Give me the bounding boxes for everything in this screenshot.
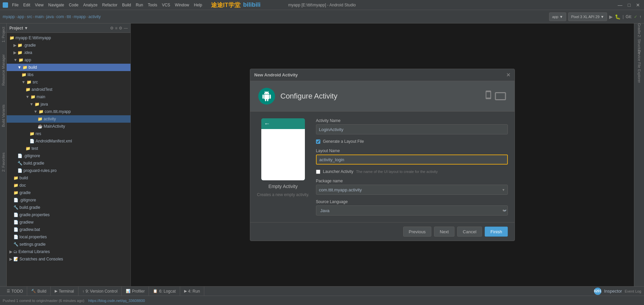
menu-help[interactable]: Help (192, 2, 204, 8)
dialog-close-button[interactable]: ✕ (506, 72, 511, 78)
todo-tab[interactable]: ☰ TODO (3, 287, 27, 296)
next-button[interactable]: Next (434, 227, 454, 237)
menu-view[interactable]: View (33, 2, 46, 8)
tree-gradlew-bat[interactable]: 📄 gradlew.bat (7, 226, 130, 233)
previous-button[interactable]: Previous (403, 227, 432, 237)
menu-run[interactable]: Run (134, 2, 145, 8)
tree-mainactivity[interactable]: ☕ MainActivity (7, 123, 130, 130)
version-control-tab[interactable]: ↑ 9: Version Control (78, 287, 122, 296)
tree-activity-folder[interactable]: 📁 activity (7, 115, 130, 123)
panel-icons[interactable]: ⚙ ≡ ⚙ — (110, 26, 128, 30)
settings-icon[interactable]: ⚙ (119, 26, 122, 30)
tree-gitignore-app[interactable]: 📄 .gitignore (7, 152, 130, 160)
collapse-icon[interactable]: ≡ (115, 26, 117, 30)
tree-build-root[interactable]: 📁 build (7, 174, 130, 182)
window-controls[interactable]: — □ ✕ (616, 2, 641, 8)
tree-androidmanifest[interactable]: 📄 AndroidManifest.xml (7, 137, 130, 145)
activity-name-input[interactable] (316, 124, 508, 134)
gradle-panel-label[interactable]: Gradle (635, 25, 644, 33)
tree-gradlew[interactable]: 📄 gradlew (7, 219, 130, 226)
menu-bar[interactable]: File Edit View Navigate Code Analyze Ref… (10, 2, 204, 8)
breadcrumb-activity[interactable]: activity (88, 14, 101, 19)
menu-tools[interactable]: Tools (146, 2, 159, 8)
run-tab[interactable]: ▶ 4: Run (180, 287, 204, 296)
resource-manager-label[interactable]: Resource Manager (1, 52, 6, 88)
tree-doc[interactable]: 📁 doc (7, 182, 130, 189)
close-button[interactable]: ✕ (635, 2, 641, 8)
close-panel-icon[interactable]: — (124, 26, 128, 30)
tree-build[interactable]: ▼ 📁 build (7, 64, 130, 71)
project-panel-label[interactable]: 1: Project (1, 25, 6, 44)
maximize-button[interactable]: □ (627, 2, 632, 8)
tree-local-properties[interactable]: 📄 local.properties (7, 233, 130, 241)
generate-layout-checkbox[interactable] (316, 139, 320, 144)
tree-scratches[interactable]: ▶ 📝 Scratches and Consoles (7, 255, 130, 263)
package-name-input[interactable] (316, 185, 508, 195)
breadcrumb-ttit[interactable]: ttit (67, 14, 71, 19)
menu-vcs[interactable]: VCS (160, 2, 172, 8)
menu-refactor[interactable]: Refactor (100, 2, 119, 8)
breadcrumb-src[interactable]: src (27, 14, 32, 19)
breadcrumb-java[interactable]: java (46, 14, 54, 19)
event-log-button[interactable]: Event Log (625, 289, 641, 293)
build-variants-label[interactable]: Build Variants (1, 103, 6, 129)
url-status[interactable]: https://blog.csdn.net/qq_33608800 (88, 299, 145, 303)
minimize-button[interactable]: — (616, 2, 624, 8)
menu-file[interactable]: File (10, 2, 20, 8)
profiler-tab[interactable]: 📊 Profiler (122, 287, 149, 296)
terminal-tab[interactable]: ▶ Terminal (51, 287, 78, 296)
tree-androidtest[interactable]: 📁 androidTest (7, 86, 130, 93)
tree-app[interactable]: ▼ 📁 app (7, 56, 130, 64)
tree-gradle-root[interactable]: 📁 gradle (7, 189, 130, 196)
device-file-panel-label[interactable]: Device File Explorer (635, 62, 644, 70)
debug-button[interactable]: 🐛 (615, 14, 621, 19)
tree-myapp[interactable]: 📁 myapp E:\ttit\myapp (7, 34, 130, 42)
tree-buildgradle-app[interactable]: 🔧 build.gradle (7, 160, 130, 167)
tree-buildgradle-root[interactable]: 🔧 build.gradle (7, 204, 130, 211)
logcat-tab[interactable]: 📋 6: Logcat (149, 287, 180, 296)
expand-icon: ▼ (30, 102, 34, 107)
git-push-icon[interactable]: ↑ (639, 14, 641, 19)
tree-main[interactable]: ▼ 📁 main (7, 93, 130, 101)
app-run-config[interactable]: app ▼ (549, 12, 566, 21)
breadcrumb-main[interactable]: main (35, 14, 44, 19)
tree-item-label: build (19, 176, 28, 180)
menu-build[interactable]: Build (120, 2, 133, 8)
tree-test[interactable]: 📁 test (7, 145, 130, 152)
tree-src[interactable]: ▼ 📁 src (7, 78, 130, 86)
tree-external-libs[interactable]: ▶ 🗂 External Libraries (7, 248, 130, 255)
menu-analyze[interactable]: Analyze (81, 2, 100, 8)
menu-code[interactable]: Code (67, 2, 80, 8)
menu-window[interactable]: Window (173, 2, 191, 8)
breadcrumb-app[interactable]: app (17, 14, 24, 19)
favorites-label[interactable]: 2: Favorites (1, 150, 6, 174)
layout-name-input[interactable] (316, 155, 508, 165)
tree-idea[interactable]: ▶ 📁 .idea (7, 49, 130, 56)
left-sidebar-labels: 1: Project Resource Manager Build Varian… (0, 23, 7, 286)
tree-libs[interactable]: 📁 libs (7, 71, 130, 78)
tree-gradle[interactable]: ▶ 📁 .gradle (7, 42, 130, 49)
structure-panel-label[interactable]: 2: Structure (635, 40, 644, 48)
sync-icon[interactable]: ⚙ (110, 26, 114, 30)
finish-button[interactable]: Finish (485, 227, 508, 237)
tree-java[interactable]: ▼ 📁 java (7, 101, 130, 108)
source-language-select[interactable]: Java Kotlin (316, 205, 508, 216)
breadcrumb-myapp2[interactable]: myapp (73, 14, 86, 19)
tree-res[interactable]: 📁 res (7, 130, 130, 137)
run-button[interactable]: ▶ (609, 14, 613, 19)
device-selector[interactable]: Pixel 3 XL API 29 ▼ (568, 12, 607, 21)
breadcrumb-myapp[interactable]: myapp (3, 14, 15, 19)
build-tab[interactable]: 🔨 Build (27, 287, 51, 296)
menu-navigate[interactable]: Navigate (46, 2, 66, 8)
tree-proguard[interactable]: 📄 proguard-rules.pro (7, 167, 130, 174)
tree-com-ttit[interactable]: ▼ 📁 com.ttit.myapp (7, 108, 130, 115)
launcher-checkbox[interactable] (316, 170, 320, 174)
tree-gradle-properties[interactable]: 📄 gradle.properties (7, 211, 130, 219)
menu-edit[interactable]: Edit (21, 2, 32, 8)
breadcrumb-com[interactable]: com (56, 14, 64, 19)
tree-gitignore-root[interactable]: 📄 .gitignore (7, 196, 130, 204)
cancel-button[interactable]: Cancel (457, 227, 482, 237)
main-toolbar: myapp › app › src › main › java › com › … (0, 10, 644, 23)
tree-settings-gradle[interactable]: 🔧 settings.gradle (7, 241, 130, 248)
inspector-label[interactable]: Inspector (604, 289, 622, 294)
